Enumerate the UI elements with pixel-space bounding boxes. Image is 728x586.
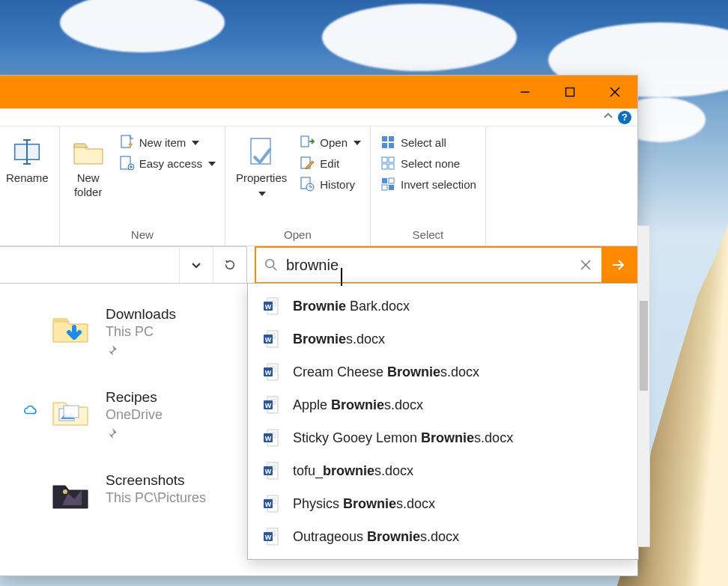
search-box bbox=[255, 246, 637, 284]
refresh-button[interactable] bbox=[213, 247, 246, 283]
folder-item[interactable]: RecipesOneDrive bbox=[49, 389, 206, 442]
rename-icon bbox=[9, 134, 45, 170]
new-item-icon bbox=[118, 134, 135, 150]
edit-button[interactable]: Edit bbox=[299, 155, 361, 171]
new-item-button[interactable]: New item bbox=[118, 134, 216, 150]
svg-text:W: W bbox=[265, 336, 272, 344]
svg-rect-30 bbox=[389, 178, 394, 183]
search-suggestion-item[interactable]: WPhysics Brownies.docx bbox=[248, 487, 638, 520]
suggestion-text: Brownie Bark.docx bbox=[293, 299, 410, 314]
suggestion-text: tofu_brownies.docx bbox=[293, 463, 413, 479]
edit-icon bbox=[299, 155, 315, 171]
scrollbar-thumb[interactable] bbox=[640, 301, 648, 391]
open-button[interactable]: Open bbox=[299, 134, 361, 150]
rename-button[interactable]: Rename bbox=[4, 131, 50, 225]
content-area: DownloadsThis PCRecipesOneDriveScreensho… bbox=[0, 284, 637, 576]
rename-label: Rename bbox=[6, 171, 49, 186]
collapse-ribbon-button[interactable] bbox=[603, 111, 613, 124]
folder-name: Recipes bbox=[106, 389, 163, 406]
new-folder-label: New folder bbox=[74, 171, 103, 200]
word-doc-icon: W bbox=[263, 296, 279, 316]
select-all-button[interactable]: Select all bbox=[380, 134, 476, 150]
search-suggestion-item[interactable]: WOutrageous Brownies.docx bbox=[248, 520, 638, 553]
search-input[interactable] bbox=[286, 251, 570, 280]
maximize-button[interactable] bbox=[547, 76, 592, 109]
suggestion-text: Brownies.docx bbox=[293, 332, 385, 347]
select-all-label: Select all bbox=[401, 136, 446, 149]
svg-rect-28 bbox=[389, 164, 394, 169]
folder-name: Downloads bbox=[106, 306, 176, 323]
history-icon bbox=[299, 176, 315, 192]
new-item-label: New item bbox=[139, 136, 186, 149]
properties-icon bbox=[243, 134, 279, 170]
word-doc-icon: W bbox=[263, 461, 279, 480]
easy-access-icon bbox=[118, 155, 135, 171]
word-doc-icon: W bbox=[263, 494, 279, 513]
svg-rect-29 bbox=[382, 178, 387, 183]
minimize-button[interactable] bbox=[503, 76, 547, 109]
svg-rect-32 bbox=[389, 185, 394, 190]
suggestion-text: Outrageous Brownies.docx bbox=[293, 529, 459, 545]
close-button[interactable] bbox=[592, 76, 637, 109]
chevron-down-icon bbox=[258, 187, 266, 200]
select-none-icon bbox=[380, 155, 396, 171]
clear-search-button[interactable] bbox=[570, 259, 601, 271]
properties-button[interactable]: Properties bbox=[234, 131, 288, 225]
invert-selection-label: Invert selection bbox=[401, 178, 476, 191]
search-suggestion-item[interactable]: WCream Cheese Brownies.docx bbox=[248, 355, 638, 388]
select-none-button[interactable]: Select none bbox=[380, 155, 476, 171]
ribbon-toprow: ? bbox=[0, 109, 637, 126]
svg-rect-1 bbox=[566, 88, 574, 97]
folder-icon bbox=[49, 306, 92, 350]
chevron-down-icon bbox=[192, 136, 199, 149]
new-folder-button[interactable]: New folder bbox=[69, 131, 108, 225]
folder-item[interactable]: DownloadsThis PC bbox=[49, 306, 206, 359]
navigation-row bbox=[0, 246, 637, 284]
search-suggestion-item[interactable]: WApple Brownies.docx bbox=[248, 388, 638, 421]
explorer-window: ? Rename New folder bbox=[0, 75, 638, 576]
cloud-status-icon bbox=[22, 403, 37, 418]
folder-item[interactable]: ScreenshotsThis PC\Pictures bbox=[49, 472, 206, 516]
scrollbar[interactable] bbox=[637, 225, 650, 547]
svg-rect-26 bbox=[389, 157, 394, 162]
search-suggestion-item[interactable]: Wtofu_brownies.docx bbox=[248, 454, 638, 487]
folder-path: OneDrive bbox=[106, 407, 163, 423]
pin-icon bbox=[106, 427, 163, 442]
easy-access-label: Easy access bbox=[139, 157, 202, 170]
svg-text:W: W bbox=[265, 435, 272, 442]
svg-rect-9 bbox=[121, 135, 130, 147]
word-doc-icon: W bbox=[263, 395, 279, 415]
svg-line-34 bbox=[273, 267, 277, 271]
suggestion-text: Cream Cheese Brownies.docx bbox=[293, 364, 479, 380]
open-icon bbox=[299, 134, 315, 150]
search-go-button[interactable] bbox=[601, 248, 636, 282]
svg-marker-15 bbox=[258, 192, 266, 196]
svg-point-33 bbox=[266, 260, 274, 268]
svg-marker-10 bbox=[192, 141, 199, 145]
svg-rect-25 bbox=[382, 157, 387, 162]
open-label: Open bbox=[320, 136, 348, 149]
history-button[interactable]: History bbox=[299, 176, 361, 192]
edit-label: Edit bbox=[320, 157, 339, 170]
search-suggestion-item[interactable]: WBrownie Bark.docx bbox=[248, 290, 638, 323]
help-button[interactable]: ? bbox=[618, 111, 631, 124]
address-dropdown-button[interactable] bbox=[179, 247, 213, 283]
easy-access-button[interactable]: Easy access bbox=[118, 155, 216, 171]
search-suggestion-item[interactable]: WBrownies.docx bbox=[248, 323, 638, 355]
folder-icon bbox=[49, 389, 92, 433]
svg-text:W: W bbox=[265, 369, 272, 376]
svg-rect-16 bbox=[301, 136, 309, 147]
group-new-label: New bbox=[69, 225, 216, 245]
properties-label: Properties bbox=[236, 171, 287, 186]
svg-rect-40 bbox=[64, 406, 79, 418]
invert-selection-button[interactable]: Invert selection bbox=[380, 176, 476, 192]
search-icon bbox=[256, 258, 286, 272]
search-suggestions-dropdown: WBrownie Bark.docxWBrownies.docxWCream C… bbox=[247, 283, 639, 560]
folder-name: Screenshots bbox=[106, 472, 206, 489]
search-suggestion-item[interactable]: WSticky Gooey Lemon Brownies.docx bbox=[248, 421, 638, 454]
select-none-label: Select none bbox=[401, 157, 460, 170]
pin-icon bbox=[106, 344, 176, 359]
svg-text:W: W bbox=[265, 534, 272, 541]
address-bar[interactable] bbox=[0, 246, 247, 284]
svg-rect-27 bbox=[382, 164, 387, 169]
